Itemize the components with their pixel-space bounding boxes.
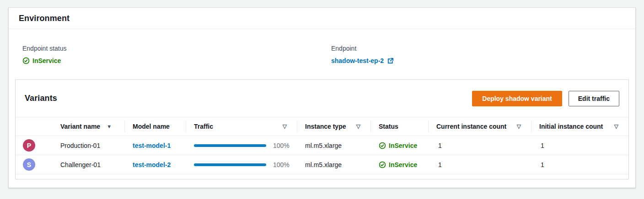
page: { "environment": { "title": "Environment… [0,0,644,199]
traffic-percent-label: 100% [273,142,290,149]
traffic-bar [194,144,266,147]
initial-instance-count-cell: 1 [531,155,628,174]
table-row: S Challenger-01 test-model-2 100% ml.m5.… [16,155,628,174]
variant-name-cell: Challenger-01 [56,155,124,174]
environment-title: Environment [19,14,70,23]
col-variant-name[interactable]: Variant name ▼ [56,117,124,136]
variants-table: Variant name ▼ Model name Traffic ▽ Inst… [16,117,628,174]
status-cell: InService [370,136,428,155]
endpoint-status-label: Endpoint status [22,45,331,52]
sort-desc-icon[interactable]: ▼ [107,124,112,129]
instance-type-cell: ml.m5.xlarge [297,136,370,155]
endpoint-field: Endpoint shadow-test-ep-2 [331,45,625,79]
table-row: P Production-01 test-model-1 100% ml.m5.… [16,136,628,155]
environment-panel-header: Environment [9,8,635,29]
col-instance-type: Instance type ▽ [297,117,370,136]
status-cell: InService [370,155,428,174]
status-value: InService [389,142,417,149]
col-status: Status [370,117,428,136]
variants-panel-header: Variants Deploy shadow variant Edit traf… [16,80,628,117]
traffic-cell: 100% [186,155,297,174]
traffic-cell: 100% [186,136,297,155]
external-link-icon[interactable] [387,58,394,64]
variant-badge: S [23,158,35,171]
filter-icon[interactable]: ▽ [517,124,521,129]
deploy-shadow-variant-button[interactable]: Deploy shadow variant [472,91,562,106]
instance-type-cell: ml.m5.xlarge [297,155,370,174]
status-check-icon [379,142,386,149]
edit-traffic-button[interactable]: Edit traffic [569,91,619,106]
badge-column-header [16,117,56,136]
traffic-percent-label: 100% [273,161,290,168]
col-status-label: Status [379,123,398,130]
endpoint-status-value: InService [32,57,61,64]
col-model-name-label: Model name [133,123,170,130]
current-instance-count-cell: 1 [428,136,531,155]
model-link[interactable]: test-model-2 [133,161,171,168]
environment-panel: Environment Endpoint status InService En… [8,7,636,188]
col-traffic: Traffic ▽ [186,117,297,136]
initial-instance-count-cell: 1 [531,136,628,155]
environment-details: Endpoint status InService Endpoint shado… [9,29,635,79]
variant-badge: P [23,139,35,152]
status-value: InService [389,161,417,168]
col-current-instance-count: Current instance count ▽ [428,117,531,136]
model-link[interactable]: test-model-1 [133,142,171,149]
col-current-instance-count-label: Current instance count [436,123,506,130]
filter-icon[interactable]: ▽ [283,124,287,129]
badge-cell: S [16,155,56,174]
filter-icon[interactable]: ▽ [614,124,618,129]
col-model-name: Model name [124,117,186,136]
badge-cell: P [16,136,56,155]
filter-icon[interactable]: ▽ [356,124,360,129]
status-check-icon [22,57,30,64]
status-check-icon [379,161,386,168]
variant-name-cell: Production-01 [56,136,124,155]
endpoint-label: Endpoint [331,45,625,52]
variants-title: Variants [25,94,57,103]
col-initial-instance-count: Initial instance count ▽ [531,117,628,136]
col-variant-name-label: Variant name [60,123,100,130]
endpoint-status-field: Endpoint status InService [22,45,331,79]
traffic-bar-fill [194,163,266,166]
model-name-cell: test-model-1 [124,136,186,155]
current-instance-count-cell: 1 [428,155,531,174]
variants-panel: Variants Deploy shadow variant Edit traf… [15,79,629,179]
col-traffic-label: Traffic [194,123,213,130]
col-instance-type-label: Instance type [305,123,346,130]
traffic-bar-fill [194,144,266,147]
model-name-cell: test-model-2 [124,155,186,174]
col-initial-instance-count-label: Initial instance count [539,123,603,130]
table-header-row: Variant name ▼ Model name Traffic ▽ Inst… [16,117,628,136]
endpoint-link[interactable]: shadow-test-ep-2 [331,57,384,64]
traffic-bar [194,163,266,166]
